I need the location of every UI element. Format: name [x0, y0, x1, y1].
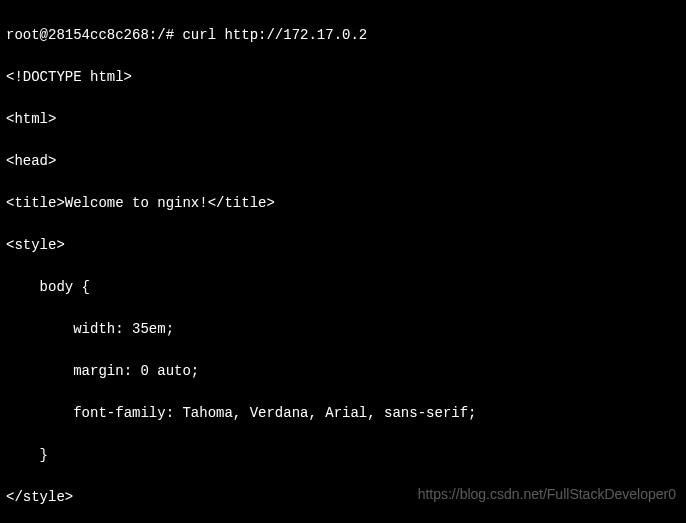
output-line: <!DOCTYPE html> [6, 67, 680, 88]
output-line: body { [6, 277, 680, 298]
output-line: } [6, 445, 680, 466]
command-line-1: root@28154cc8c268:/# curl http://172.17.… [6, 25, 680, 46]
watermark-text: https://blog.csdn.net/FullStackDeveloper… [418, 484, 676, 505]
output-line: margin: 0 auto; [6, 361, 680, 382]
output-line: width: 35em; [6, 319, 680, 340]
output-line: <html> [6, 109, 680, 130]
output-line: <title>Welcome to nginx!</title> [6, 193, 680, 214]
output-line: font-family: Tahoma, Verdana, Arial, san… [6, 403, 680, 424]
output-line: <head> [6, 151, 680, 172]
output-line: <style> [6, 235, 680, 256]
terminal-window[interactable]: root@28154cc8c268:/# curl http://172.17.… [6, 4, 680, 523]
